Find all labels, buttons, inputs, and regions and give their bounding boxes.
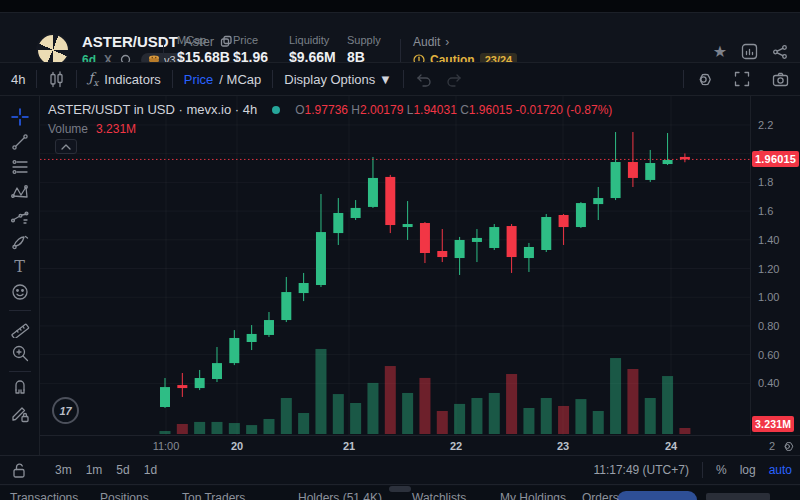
- indicators-label: Indicators: [104, 72, 160, 87]
- range-1d-button[interactable]: 1d: [144, 463, 157, 477]
- display-options-button[interactable]: Display Options ▼: [273, 63, 403, 95]
- pane-resize-handle[interactable]: [389, 486, 411, 492]
- price-axis-label: 1.8: [758, 176, 773, 188]
- bottom-tab-positions[interactable]: Positions: [100, 491, 149, 500]
- price-axis-label: 1.40: [758, 234, 779, 246]
- tradingview-logo[interactable]: 17: [52, 397, 79, 424]
- bottom-toolbar-divider: [702, 462, 703, 478]
- trend-line-tool[interactable]: [8, 130, 32, 154]
- stat-supply: Supply 8B: [347, 34, 381, 65]
- text-tool[interactable]: T: [8, 255, 32, 279]
- chevron-up-icon: [61, 144, 71, 150]
- drawing-lock-tool[interactable]: [8, 402, 32, 426]
- stat-label: Supply: [347, 34, 381, 46]
- favorite-star-icon[interactable]: ★: [713, 44, 727, 60]
- auto-scale-button[interactable]: auto: [769, 463, 792, 477]
- range-5d-button[interactable]: 5d: [116, 463, 129, 477]
- header-actions: ★: [713, 43, 788, 60]
- range-1m-button[interactable]: 1m: [86, 463, 103, 477]
- price-axis-label: 0.40: [758, 377, 779, 389]
- bottom-tab-my-holdings[interactable]: My Holdings: [500, 491, 566, 500]
- scale-controls: 11:17:49 (UTC+7) % log auto: [593, 456, 792, 484]
- chart-canvas[interactable]: [40, 96, 750, 435]
- bottom-action-button[interactable]: [617, 491, 697, 500]
- percent-scale-button[interactable]: %: [716, 463, 727, 477]
- snapshot-button[interactable]: [761, 72, 800, 87]
- time-axis[interactable]: 11:0020212223242: [40, 435, 800, 455]
- legend-collapse-button[interactable]: [55, 139, 77, 154]
- log-scale-button[interactable]: log: [740, 463, 756, 477]
- zoom-in-tool[interactable]: [8, 341, 32, 365]
- clock-display[interactable]: 11:17:49 (UTC+7): [593, 463, 689, 477]
- axis-settings-gear-icon[interactable]: [781, 440, 794, 453]
- candlestick-icon: [48, 71, 65, 88]
- range-3m-button[interactable]: 3m: [55, 463, 72, 477]
- time-axis-label: 21: [343, 440, 355, 452]
- stat-liquidity: Liquidity $9.66M: [289, 34, 336, 65]
- stat-label: Price: [233, 34, 268, 46]
- sidebar-divider: [9, 310, 31, 311]
- price-mcap-toggle[interactable]: Price / MCap: [173, 63, 273, 95]
- bottom-tabs-strip: TransactionsPositionsTop TradersHolders …: [0, 486, 800, 500]
- last-price-badge: 1.96015: [752, 151, 799, 167]
- trading-app-window: ASTER/USDT Aster 6d X v3 MCap $15.68B Pr…: [0, 0, 800, 500]
- indicators-button[interactable]: ƒx Indicators: [77, 63, 171, 95]
- fullscreen-icon: [734, 71, 750, 87]
- stat-price: Price $1.96: [233, 34, 268, 65]
- undo-icon: [415, 72, 432, 87]
- stat-label: Liquidity: [289, 34, 336, 46]
- time-axis-label: 23: [557, 440, 569, 452]
- chart-bottom-toolbar: 3m 1m 5d 1d 11:17:49 (UTC+7) % log auto: [0, 455, 800, 485]
- time-axis-label: 22: [450, 440, 462, 452]
- audit-label: Audit: [413, 35, 440, 49]
- bottom-right-cutoff: [706, 493, 770, 500]
- price-axis-label: 1.00: [758, 291, 779, 303]
- top-strip: [0, 0, 800, 12]
- chart-panel-icon[interactable]: [741, 43, 758, 60]
- camera-icon: [772, 72, 789, 87]
- price-axis-label: 2.2: [758, 119, 773, 131]
- time-axis-label: 24: [665, 440, 677, 452]
- price-axis-label: 0.60: [758, 349, 779, 361]
- chevron-right-icon: ›: [445, 35, 449, 49]
- stat-mcap: MCap $15.68B: [177, 34, 230, 65]
- price-axis[interactable]: 2.221.81.61.401.201.000.800.600.401.9601…: [750, 96, 800, 455]
- stat-label: MCap: [177, 34, 230, 46]
- bottom-tab-holders-51-4k-[interactable]: Holders (51.4K): [298, 491, 382, 500]
- bottom-tab-orders[interactable]: Orders: [582, 491, 619, 500]
- fib-retracement-tool[interactable]: [8, 155, 32, 179]
- emoji-tool[interactable]: [8, 280, 32, 304]
- price-axis-label: 0.80: [758, 320, 779, 332]
- fullscreen-button[interactable]: [723, 71, 761, 87]
- crosshair-tool[interactable]: [8, 105, 32, 129]
- time-axis-label: 20: [231, 440, 243, 452]
- price-axis-label: 1.6: [758, 205, 773, 217]
- redo-icon: [446, 72, 463, 87]
- mcap-toggle-label: / MCap: [219, 72, 261, 87]
- share-icon[interactable]: [772, 44, 788, 60]
- bottom-tab-top-traders[interactable]: Top Traders: [182, 491, 245, 500]
- drawing-tools-sidebar: T: [0, 96, 40, 485]
- price-toggle-label: Price: [184, 72, 214, 87]
- toolbar-right-actions: [683, 70, 800, 88]
- measure-tool[interactable]: [8, 316, 32, 340]
- interval-button[interactable]: 4h: [0, 63, 36, 95]
- redo-button[interactable]: [443, 63, 474, 95]
- chart-pane: ASTER/USDT in USD · mevx.io · 4h O1.9773…: [40, 96, 750, 435]
- forecast-tool[interactable]: [8, 205, 32, 229]
- brush-tool[interactable]: [8, 230, 32, 254]
- display-options-label: Display Options ▼: [284, 72, 392, 87]
- chart-settings-button[interactable]: [684, 71, 723, 88]
- time-axis-label: 11:00: [153, 440, 180, 452]
- scale-lock-button[interactable]: [11, 462, 27, 479]
- bottom-tab-transactions[interactable]: Transactions: [10, 491, 78, 500]
- fx-icon: ƒx: [88, 70, 98, 88]
- sidebar-divider: [9, 371, 31, 372]
- interval-label: 4h: [11, 72, 25, 87]
- bottom-tab-watchlists[interactable]: Watchlists: [412, 491, 466, 500]
- gear-icon: [695, 71, 712, 88]
- xabcd-pattern-tool[interactable]: [8, 180, 32, 204]
- magnet-tool[interactable]: [8, 377, 32, 401]
- chart-type-button[interactable]: [37, 63, 76, 95]
- undo-button[interactable]: [404, 63, 443, 95]
